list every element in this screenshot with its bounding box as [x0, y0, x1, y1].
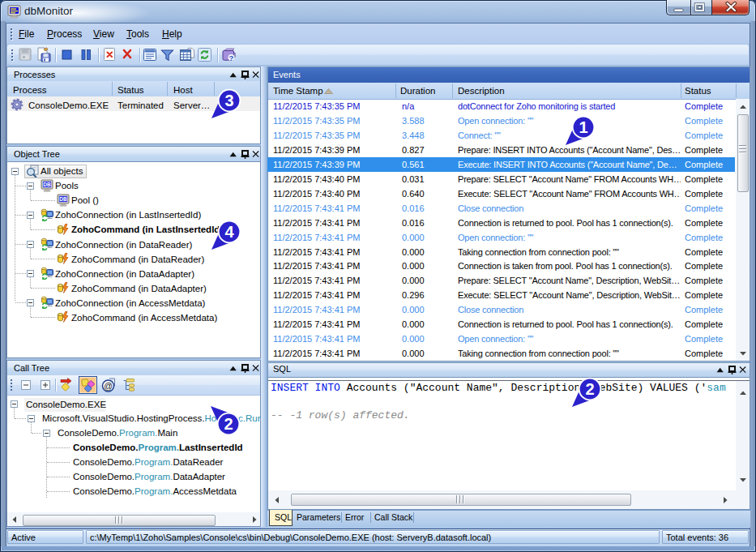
svg-text:2: 2 — [224, 415, 233, 433]
svg-text:@: @ — [104, 381, 113, 391]
svg-text:3: 3 — [224, 92, 233, 109]
svg-text:2: 2 — [585, 380, 594, 398]
svg-text:1: 1 — [579, 118, 587, 136]
svg-text:?: ? — [229, 53, 234, 62]
svg-text:4: 4 — [224, 223, 234, 241]
